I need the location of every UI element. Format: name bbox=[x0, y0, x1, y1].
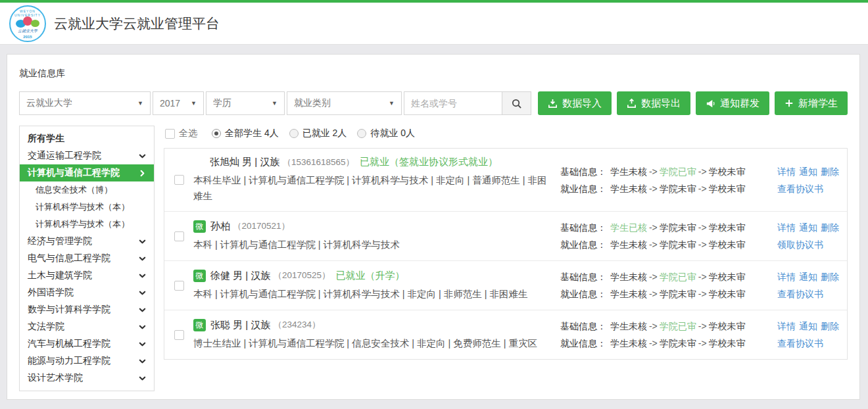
student-name: 徐健 男 | 汉族 bbox=[210, 270, 270, 282]
chevron-down-icon bbox=[139, 272, 146, 279]
college-sidebar: 所有学生 交通运输工程学院 计算机与通信工程学院 信息安全技术（博） 计算机科学… bbox=[19, 126, 155, 391]
chevron-down-icon bbox=[139, 153, 146, 160]
notify-group-button[interactable]: 通知群发 bbox=[696, 91, 769, 115]
chevron-down-icon: ▼ bbox=[272, 100, 277, 107]
notify-link[interactable]: 通知 bbox=[799, 222, 817, 233]
sidebar-subitem-major-1[interactable]: 计算机科学与技术（本） bbox=[20, 199, 154, 216]
agreement-link[interactable]: 查看协议书 bbox=[777, 289, 823, 299]
audit-status: 基础信息： 学生未核->学院已审->学校未审 就业信息： 学生未核->学院未审-… bbox=[560, 268, 777, 302]
employment-status: 已就业（签就业协议形式就业） bbox=[360, 156, 498, 168]
sidebar-item-college-3[interactable]: 电气与信息工程学院 bbox=[20, 250, 154, 267]
delete-link[interactable]: 删除 bbox=[821, 166, 839, 177]
student-id: （234234） bbox=[273, 319, 320, 331]
chevron-right-icon bbox=[139, 170, 146, 177]
student-checkbox[interactable] bbox=[174, 175, 184, 185]
sidebar-subitem-major-2[interactable]: 计算机科学与技术（本） bbox=[20, 216, 154, 233]
sidebar-item-college-2[interactable]: 经济与管理学院 bbox=[20, 233, 154, 250]
radio-employed[interactable]: 已就业 2人 bbox=[289, 128, 347, 139]
detail-link[interactable]: 详情 bbox=[777, 166, 796, 177]
delete-link[interactable]: 删除 bbox=[821, 222, 839, 233]
student-checkbox[interactable] bbox=[174, 231, 184, 241]
year-select-value: 2017 bbox=[160, 98, 180, 108]
degree-select[interactable]: 学历 ▼ bbox=[206, 91, 285, 115]
student-name: 孙柏 bbox=[210, 220, 230, 233]
sidebar-item-college-9[interactable]: 能源与动力工程学院 bbox=[20, 352, 154, 370]
degree-select-value: 学历 bbox=[213, 97, 231, 109]
wechat-badge: 微 bbox=[193, 220, 206, 233]
search-icon bbox=[511, 98, 522, 109]
chevron-down-icon bbox=[139, 306, 146, 314]
detail-link[interactable]: 详情 bbox=[777, 222, 796, 233]
radio-button-icon bbox=[357, 129, 366, 138]
agreement-link[interactable]: 领取协议书 bbox=[777, 239, 823, 250]
student-detail: 本科 | 计算机与通信工程学院 | 计算机科学与技术 | 非定向 | 非师范生 … bbox=[193, 286, 552, 302]
select-all-label: 全选 bbox=[179, 128, 197, 139]
chevron-down-icon bbox=[139, 289, 146, 297]
notify-link[interactable]: 通知 bbox=[799, 321, 817, 331]
sidebar-item-all-students[interactable]: 所有学生 bbox=[20, 130, 154, 147]
student-name: 张聪 男 | 汉族 bbox=[210, 319, 270, 331]
megaphone-icon bbox=[706, 99, 715, 108]
university-logo: WEYON UNIVERSITY 云就业大学 2015 bbox=[9, 5, 46, 42]
sidebar-item-college-10[interactable]: 设计艺术学院 bbox=[20, 370, 154, 387]
detail-link[interactable]: 详情 bbox=[777, 272, 796, 282]
student-list: 张旭灿 男 | 汉族 （15361618565） 已就业（签就业协议形式就业） … bbox=[164, 148, 848, 360]
radio-pending-employment[interactable]: 待就业 0人 bbox=[357, 128, 415, 139]
chevron-down-icon bbox=[139, 375, 146, 382]
student-detail: 本科生毕业 | 计算机与通信工程学院 | 计算机科学与技术 | 非定向 | 普通… bbox=[193, 172, 552, 204]
radio-button-icon bbox=[289, 129, 299, 138]
select-all-checkbox[interactable] bbox=[165, 129, 175, 139]
sidebar-item-college-6[interactable]: 数学与计算科学学院 bbox=[20, 301, 154, 318]
add-student-button[interactable]: 新增学生 bbox=[775, 91, 848, 115]
sidebar-item-college-4[interactable]: 土木与建筑学院 bbox=[20, 267, 154, 284]
search-input[interactable] bbox=[404, 91, 502, 115]
logo-year: 2015 bbox=[11, 35, 45, 39]
chevron-down-icon bbox=[139, 255, 146, 262]
wechat-badge: 微 bbox=[193, 319, 206, 331]
sidebar-item-college-0[interactable]: 交通运输工程学院 bbox=[20, 147, 154, 164]
import-data-button[interactable]: 数据导入 bbox=[538, 91, 612, 115]
sidebar-item-college-8[interactable]: 汽车与机械工程学院 bbox=[20, 335, 154, 352]
sidebar-subitem-major-0[interactable]: 信息安全技术（博） bbox=[20, 181, 154, 199]
year-select[interactable]: 2017 ▼ bbox=[153, 91, 204, 115]
search-button[interactable] bbox=[502, 91, 531, 115]
audit-status: 基础信息： 学生未核->学院已审->学校未审 就业信息： 学生未核->学院未审-… bbox=[560, 318, 777, 352]
delete-link[interactable]: 删除 bbox=[821, 272, 839, 282]
logo-inner-text: 云就业大学 bbox=[11, 28, 45, 34]
student-checkbox[interactable] bbox=[174, 330, 184, 340]
detail-link[interactable]: 详情 bbox=[777, 321, 796, 331]
employment-status: 已就业（升学） bbox=[335, 270, 404, 282]
wechat-badge: 微 bbox=[193, 270, 206, 282]
plus-icon bbox=[784, 99, 794, 108]
chevron-down-icon bbox=[139, 324, 146, 331]
import-icon bbox=[548, 99, 558, 108]
sidebar-item-college-selected[interactable]: 计算机与通信工程学院 bbox=[20, 164, 154, 181]
agreement-link[interactable]: 查看协议书 bbox=[777, 183, 823, 194]
student-id: （20170525） bbox=[273, 270, 330, 281]
student-row: 微 徐健 男 | 汉族 （20170525） 已就业（升学） 本科 | 计算机与… bbox=[164, 261, 847, 310]
export-data-button[interactable]: 数据导出 bbox=[617, 91, 690, 115]
audit-status: 基础信息： 学生已核->学院未审->学校未审 就业信息： 学生未核->学院未审-… bbox=[560, 219, 777, 253]
student-detail: 本科 | 计算机与通信工程学院 | 计算机科学与技术 bbox=[193, 237, 552, 253]
student-name: 张旭灿 男 | 汉族 bbox=[210, 156, 279, 168]
student-row: 微 孙柏 （20170521） 本科 | 计算机与通信工程学院 | 计算机科学与… bbox=[164, 212, 847, 261]
chevron-down-icon bbox=[139, 358, 146, 365]
sidebar-item-college-7[interactable]: 文法学院 bbox=[20, 318, 154, 335]
school-select[interactable]: 云就业大学 ▼ bbox=[19, 91, 151, 115]
student-id: （20170521） bbox=[233, 220, 290, 232]
chevron-down-icon: ▼ bbox=[191, 100, 197, 107]
student-detail: 博士生结业 | 计算机与通信工程学院 | 信息安全技术 | 非定向 | 免费师范… bbox=[193, 335, 552, 351]
chevron-down-icon bbox=[139, 341, 146, 348]
student-row: 微 张聪 男 | 汉族 （234234） 博士生结业 | 计算机与通信工程学院 … bbox=[164, 310, 847, 359]
main-card: 就业信息库 云就业大学 ▼ 2017 ▼ 学历 ▼ 就业类别 ▼ 数据导入 数据 bbox=[7, 54, 860, 400]
delete-link[interactable]: 删除 bbox=[821, 321, 839, 331]
chevron-down-icon: ▼ bbox=[137, 100, 143, 107]
notify-link[interactable]: 通知 bbox=[799, 272, 817, 282]
agreement-link[interactable]: 查看协议书 bbox=[777, 338, 823, 349]
sidebar-item-college-5[interactable]: 外国语学院 bbox=[20, 284, 154, 301]
notify-link[interactable]: 通知 bbox=[799, 166, 817, 177]
radio-all-students[interactable]: 全部学生 4人 bbox=[212, 128, 279, 139]
student-checkbox[interactable] bbox=[174, 281, 184, 291]
employment-category-select[interactable]: 就业类别 ▼ bbox=[287, 91, 402, 115]
school-select-value: 云就业大学 bbox=[26, 97, 72, 109]
